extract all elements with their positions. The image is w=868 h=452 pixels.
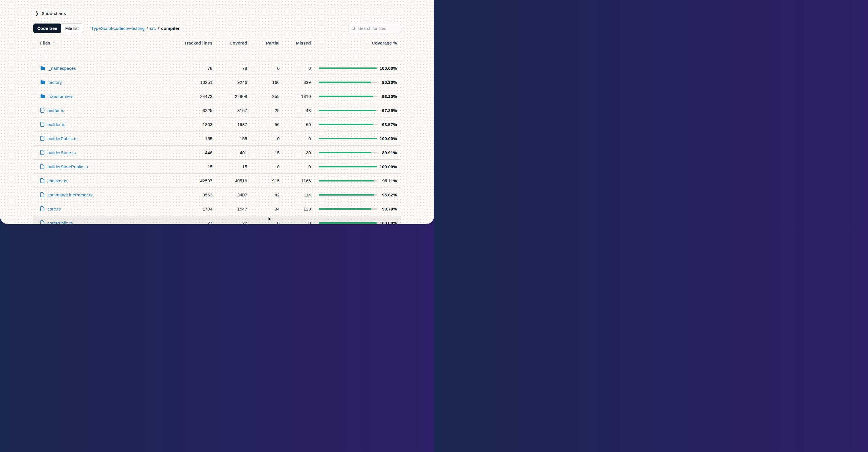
- covered-value: 401: [212, 150, 247, 155]
- file-name-cell: builderState.ts: [40, 150, 174, 155]
- coverage-bar-track: [319, 194, 377, 195]
- file-icon: [40, 108, 44, 113]
- file-link[interactable]: factory: [49, 80, 62, 85]
- search-input[interactable]: [358, 26, 398, 31]
- partial-value: 15: [247, 150, 280, 155]
- partial-value: 34: [247, 207, 280, 211]
- coverage-bar-cell: [311, 110, 377, 111]
- file-link[interactable]: transformers: [49, 94, 73, 99]
- parent-directory-link[interactable]: ..: [40, 53, 43, 57]
- coverage-bar-track: [319, 82, 377, 83]
- file-link[interactable]: commandLineParser.ts: [48, 192, 92, 197]
- partial-value: 0: [247, 220, 280, 224]
- coverage-bar-track: [319, 110, 377, 111]
- column-header-tracked-lines[interactable]: Tracked lines: [174, 40, 212, 46]
- missed-value: 0: [280, 220, 311, 224]
- table-row[interactable]: _namespaces 78 78 0 0 100.00%: [33, 61, 401, 75]
- search-box[interactable]: [348, 24, 401, 33]
- missed-value: 123: [280, 207, 311, 211]
- missed-value: 1166: [280, 178, 311, 183]
- coverage-bar-track: [319, 152, 377, 153]
- table-row[interactable]: transformers 24473 22808 355 1310 93.20%: [33, 89, 401, 103]
- file-link[interactable]: core.ts: [48, 207, 61, 211]
- coverage-percent: 100.00%: [377, 220, 397, 224]
- tracked-lines-value: 3563: [174, 192, 212, 197]
- breadcrumb-repo-link[interactable]: TypeScript-codecov-testing: [91, 26, 145, 31]
- file-link[interactable]: checker.ts: [48, 178, 67, 183]
- code-tree-button[interactable]: Code tree: [33, 24, 61, 33]
- coverage-bar-track: [319, 138, 377, 139]
- coverage-bar-cell: [311, 138, 377, 139]
- table-body: _namespaces 78 78 0 0 100.00% factory: [33, 61, 401, 224]
- coverage-bar-fill: [319, 166, 377, 168]
- covered-value: 155: [212, 136, 247, 141]
- table-row[interactable]: builderStatePublic.ts 15 15 0 0 100.00%: [33, 160, 401, 174]
- file-icon: [40, 206, 44, 211]
- folder-icon: [40, 94, 45, 98]
- show-charts-toggle[interactable]: ❯ Show charts: [35, 10, 66, 17]
- coverage-bar-cell: [311, 194, 377, 195]
- file-link[interactable]: builder.ts: [48, 122, 65, 127]
- parent-directory-row[interactable]: ..: [33, 48, 401, 61]
- coverage-percent: 93.57%: [377, 122, 397, 127]
- file-name-cell: _namespaces: [40, 66, 174, 71]
- breadcrumb-separator: /: [158, 26, 159, 31]
- file-name-cell: builderStatePublic.ts: [40, 164, 174, 169]
- tracked-lines-value: 27: [174, 220, 212, 224]
- content-card: ❯ Show charts Code tree File list TypeSc…: [0, 0, 434, 224]
- coverage-bar-track: [319, 180, 377, 181]
- coverage-bar-fill: [319, 67, 377, 69]
- file-list-button[interactable]: File list: [61, 24, 83, 33]
- missed-value: 1310: [280, 94, 311, 99]
- coverage-page: { "icons": { "chevron_right": "❯", "sort…: [0, 0, 434, 226]
- file-link[interactable]: corePublic.ts: [48, 220, 73, 224]
- column-header-files[interactable]: Files ↑: [40, 40, 174, 46]
- table-row[interactable]: builder.ts 1803 1687 56 60 93.57%: [33, 117, 401, 131]
- file-link[interactable]: builderPublic.ts: [48, 136, 78, 141]
- partial-value: 25: [247, 108, 280, 113]
- coverage-bar-cell: [311, 82, 377, 83]
- file-link[interactable]: builderStatePublic.ts: [48, 164, 88, 169]
- table-row[interactable]: corePublic.ts 27 27 0 0 100.00%: [33, 216, 401, 224]
- file-name-cell: core.ts: [40, 206, 174, 211]
- table-row[interactable]: factory 10251 9246 166 839 90.20%: [33, 75, 401, 89]
- partial-value: 355: [247, 94, 280, 99]
- missed-value: 0: [280, 136, 311, 141]
- tracked-lines-value: 446: [174, 150, 212, 155]
- coverage-bar-fill: [319, 124, 373, 125]
- file-name-cell: factory: [40, 80, 174, 85]
- table-row[interactable]: builderState.ts 446 401 15 30 89.91%: [33, 146, 401, 160]
- coverage-bar-track: [319, 208, 377, 210]
- file-link[interactable]: _namespaces: [49, 66, 76, 71]
- breadcrumb-src-link[interactable]: src: [150, 26, 156, 31]
- coverage-bar-fill: [319, 152, 371, 153]
- table-row[interactable]: checker.ts 42597 40516 915 1166 95.11%: [33, 174, 401, 188]
- missed-value: 114: [280, 192, 311, 197]
- breadcrumb: TypeScript-codecov-testing / src / compi…: [91, 26, 180, 31]
- column-header-covered[interactable]: Covered: [212, 40, 247, 46]
- missed-value: 30: [280, 150, 311, 155]
- column-header-partial[interactable]: Partial: [247, 40, 280, 46]
- column-header-coverage[interactable]: Coverage %: [311, 40, 397, 46]
- column-header-missed[interactable]: Missed: [280, 40, 311, 46]
- coverage-bar-track: [319, 96, 377, 97]
- table-header: Files ↑ Tracked lines Covered Partial Mi…: [33, 38, 401, 48]
- file-link[interactable]: builderState.ts: [48, 150, 76, 155]
- coverage-percent: 100.00%: [377, 66, 397, 71]
- missed-value: 839: [280, 80, 311, 85]
- coverage-bar-track: [319, 124, 377, 125]
- coverage-bar-cell: [311, 180, 377, 181]
- coverage-bar-cell: [311, 124, 377, 125]
- file-name-cell: transformers: [40, 94, 174, 99]
- tracked-lines-value: 24473: [174, 94, 212, 99]
- coverage-bar-fill: [319, 96, 373, 97]
- table-row[interactable]: binder.ts 3225 3157 25 43 97.89%: [33, 103, 401, 117]
- table-row[interactable]: commandLineParser.ts 3563 3407 42 114 95…: [33, 188, 401, 202]
- table-row[interactable]: core.ts 1704 1547 34 123 90.79%: [33, 202, 401, 216]
- show-charts-label: Show charts: [42, 11, 66, 16]
- breadcrumb-current: compiler: [161, 26, 179, 31]
- file-name-cell: builderPublic.ts: [40, 136, 174, 141]
- table-row[interactable]: builderPublic.ts 155 155 0 0 100.00%: [33, 131, 401, 146]
- file-link[interactable]: binder.ts: [48, 108, 64, 113]
- coverage-bar-fill: [319, 110, 376, 111]
